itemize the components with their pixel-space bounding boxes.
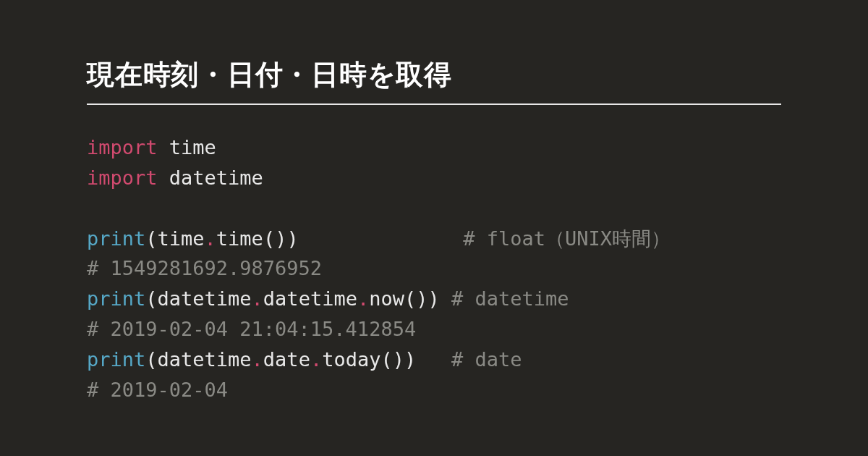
keyword-import: import bbox=[87, 166, 158, 189]
ident-time: time bbox=[158, 227, 205, 250]
builtin-print: print bbox=[87, 287, 145, 310]
pad bbox=[299, 227, 464, 250]
builtin-print: print bbox=[87, 348, 145, 371]
pad bbox=[416, 348, 451, 371]
dot-operator: . bbox=[252, 348, 263, 371]
paren-open: ( bbox=[145, 348, 157, 371]
page-title: 現在時刻・日付・日時を取得 bbox=[87, 56, 781, 105]
comment-output: # 2019-02-04 bbox=[87, 379, 228, 401]
paren-open: ( bbox=[145, 227, 157, 250]
ident-today: today bbox=[322, 348, 380, 371]
dot-operator: . bbox=[252, 287, 263, 310]
paren-close: ) bbox=[427, 287, 439, 310]
paren-open: ( bbox=[145, 287, 157, 310]
comment-output: # 1549281692.9876952 bbox=[87, 257, 322, 279]
dot-operator: . bbox=[357, 287, 369, 310]
ident-datetime: datetime bbox=[158, 287, 252, 310]
module-time: time bbox=[169, 136, 216, 159]
ident-time: time bbox=[216, 227, 263, 250]
builtin-print: print bbox=[87, 227, 145, 250]
ident-datetime: datetime bbox=[158, 348, 252, 371]
comment-date: # date bbox=[451, 348, 522, 371]
keyword-import: import bbox=[87, 136, 158, 159]
dot-operator: . bbox=[310, 348, 322, 371]
paren-close: ) bbox=[286, 227, 298, 250]
ident-datetime: datetime bbox=[263, 287, 357, 310]
call-empty: () bbox=[263, 227, 287, 250]
module-datetime: datetime bbox=[169, 166, 263, 189]
comment-float-unix: # float（UNIX時間） bbox=[463, 227, 671, 250]
paren-close: ) bbox=[404, 348, 416, 371]
comment-output: # 2019-02-04 21:04:15.412854 bbox=[87, 318, 416, 340]
ident-now: now bbox=[369, 287, 404, 310]
code-block: import time import datetime print(time.t… bbox=[87, 132, 781, 405]
ident-date: date bbox=[263, 348, 310, 371]
call-empty: () bbox=[404, 287, 428, 310]
pad bbox=[440, 287, 451, 310]
comment-datetime: # datetime bbox=[451, 287, 569, 310]
dot-operator: . bbox=[205, 227, 216, 250]
call-empty: () bbox=[380, 348, 404, 371]
